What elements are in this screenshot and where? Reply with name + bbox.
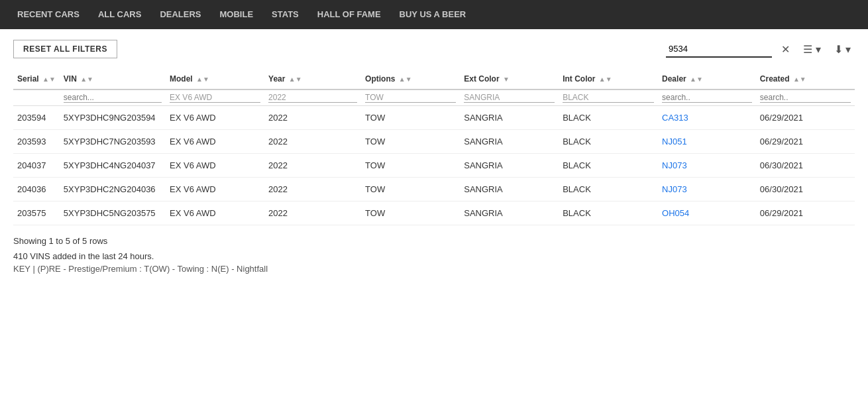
clear-search-button[interactable]: ✕ — [777, 42, 794, 57]
filter-vin — [60, 89, 166, 106]
cell-serial: 203593 — [13, 130, 60, 154]
filter-model-input[interactable] — [170, 93, 260, 103]
cell-serial: 203594 — [13, 106, 60, 130]
nav-stats[interactable]: STATS — [262, 0, 308, 29]
filter-year-input[interactable] — [268, 93, 357, 103]
col-vin-label: VIN — [64, 74, 77, 84]
navbar: RECENT CARS ALL CARS DEALERS MOBILE STAT… — [0, 0, 868, 29]
col-vin[interactable]: VIN ▲▼ — [60, 69, 166, 89]
col-int-color[interactable]: Int Color ▲▼ — [559, 69, 658, 89]
filter-int-color-input[interactable] — [563, 93, 654, 103]
filter-row — [13, 89, 855, 106]
cell-vin: 5XYP3DHC4NG204037 — [60, 154, 166, 178]
cell-vin: 5XYP3DHC9NG203594 — [60, 106, 166, 130]
cell-model: EX V6 AWD — [166, 178, 264, 202]
table-row: 204036 5XYP3DHC2NG204036 EX V6 AWD 2022 … — [13, 178, 855, 202]
sort-icon-ext-color: ▼ — [503, 76, 510, 83]
filter-model — [166, 89, 264, 106]
col-ext-color[interactable]: Ext Color ▼ — [460, 69, 559, 89]
col-year[interactable]: Year ▲▼ — [264, 69, 361, 89]
key-text: KEY | (P)RE - Prestige/Premium : T(OW) -… — [13, 264, 855, 274]
filter-ext-color — [460, 89, 559, 106]
sort-icon-int-color: ▲▼ — [599, 76, 612, 83]
cell-options: TOW — [361, 154, 460, 178]
cell-vin: 5XYP3DHC2NG204036 — [60, 178, 166, 202]
col-options[interactable]: Options ▲▼ — [361, 69, 460, 89]
showing-text: Showing 1 to 5 of 5 rows — [13, 236, 855, 246]
col-serial-label: Serial — [17, 74, 39, 84]
vins-added-text: 410 VINS added in the last 24 hours. — [13, 251, 855, 261]
table-row: 204037 5XYP3DHC4NG204037 EX V6 AWD 2022 … — [13, 154, 855, 178]
cell-int-color: BLACK — [559, 106, 658, 130]
reset-filters-button[interactable]: RESET ALL FILTERS — [13, 40, 117, 58]
col-created[interactable]: Created ▲▼ — [756, 69, 855, 89]
col-dealer[interactable]: Dealer ▲▼ — [658, 69, 756, 89]
global-search-input[interactable] — [666, 41, 772, 58]
filter-created — [756, 89, 855, 106]
cell-created: 06/29/2021 — [756, 130, 855, 154]
cell-year: 2022 — [264, 130, 361, 154]
cell-model: EX V6 AWD — [166, 130, 264, 154]
cell-int-color: BLACK — [559, 154, 658, 178]
table-row: 203593 5XYP3DHC7NG203593 EX V6 AWD 2022 … — [13, 130, 855, 154]
cell-ext-color: SANGRIA — [460, 106, 559, 130]
nav-hall-of-fame[interactable]: HALL OF FAME — [308, 0, 390, 29]
col-model-label: Model — [170, 74, 193, 84]
list-view-button[interactable]: ☰ ▾ — [799, 42, 824, 57]
cell-options: TOW — [361, 178, 460, 202]
sort-icon-dealer: ▲▼ — [690, 76, 703, 83]
table-row: 203594 5XYP3DHC9NG203594 EX V6 AWD 2022 … — [13, 106, 855, 130]
filter-options-input[interactable] — [365, 93, 456, 103]
cell-model: EX V6 AWD — [166, 106, 264, 130]
nav-buy-us-a-beer[interactable]: BUY US A BEER — [390, 0, 476, 29]
cell-dealer[interactable]: NJ073 — [658, 178, 756, 202]
col-options-label: Options — [365, 74, 395, 84]
filter-vin-input[interactable] — [64, 93, 162, 103]
cell-int-color: BLACK — [559, 130, 658, 154]
cell-options: TOW — [361, 202, 460, 225]
download-button[interactable]: ⬇ ▾ — [830, 42, 855, 57]
sort-icon-model: ▲▼ — [196, 76, 209, 83]
cars-table: Serial ▲▼ VIN ▲▼ Model ▲▼ Year ▲▼ Option… — [13, 69, 855, 225]
filter-dealer-input[interactable] — [662, 93, 752, 103]
cell-ext-color: SANGRIA — [460, 154, 559, 178]
nav-all-cars[interactable]: ALL CARS — [89, 0, 150, 29]
cell-serial: 204037 — [13, 154, 60, 178]
cell-serial: 203575 — [13, 202, 60, 225]
col-serial[interactable]: Serial ▲▼ — [13, 69, 60, 89]
filter-year — [264, 89, 361, 106]
filter-options — [361, 89, 460, 106]
filter-dealer — [658, 89, 756, 106]
cell-created: 06/30/2021 — [756, 178, 855, 202]
table-row: 203575 5XYP3DHC5NG203575 EX V6 AWD 2022 … — [13, 202, 855, 225]
col-ext-color-label: Ext Color — [464, 74, 499, 84]
col-model[interactable]: Model ▲▼ — [166, 69, 264, 89]
cell-dealer[interactable]: OH054 — [658, 202, 756, 225]
filter-ext-color-input[interactable] — [464, 93, 555, 103]
cell-year: 2022 — [264, 154, 361, 178]
filter-created-input[interactable] — [760, 93, 851, 103]
nav-mobile[interactable]: MOBILE — [211, 0, 263, 29]
cell-dealer[interactable]: CA313 — [658, 106, 756, 130]
sort-icon-vin: ▲▼ — [80, 76, 93, 83]
nav-dealers[interactable]: DEALERS — [150, 0, 210, 29]
cell-year: 2022 — [264, 202, 361, 225]
cell-int-color: BLACK — [559, 178, 658, 202]
cell-ext-color: SANGRIA — [460, 130, 559, 154]
cell-created: 06/29/2021 — [756, 106, 855, 130]
cell-year: 2022 — [264, 178, 361, 202]
nav-recent-cars[interactable]: RECENT CARS — [8, 0, 89, 29]
cell-ext-color: SANGRIA — [460, 178, 559, 202]
cell-options: TOW — [361, 106, 460, 130]
table-body: 203594 5XYP3DHC9NG203594 EX V6 AWD 2022 … — [13, 106, 855, 225]
cell-vin: 5XYP3DHC5NG203575 — [60, 202, 166, 225]
cell-dealer[interactable]: NJ073 — [658, 154, 756, 178]
filter-serial — [13, 89, 60, 106]
cell-model: EX V6 AWD — [166, 154, 264, 178]
cell-serial: 204036 — [13, 178, 60, 202]
toolbar: RESET ALL FILTERS ✕ ☰ ▾ ⬇ ▾ — [13, 40, 855, 58]
filter-int-color — [559, 89, 658, 106]
cell-created: 06/29/2021 — [756, 202, 855, 225]
toolbar-right: ✕ ☰ ▾ ⬇ ▾ — [666, 41, 855, 58]
cell-dealer[interactable]: NJ051 — [658, 130, 756, 154]
